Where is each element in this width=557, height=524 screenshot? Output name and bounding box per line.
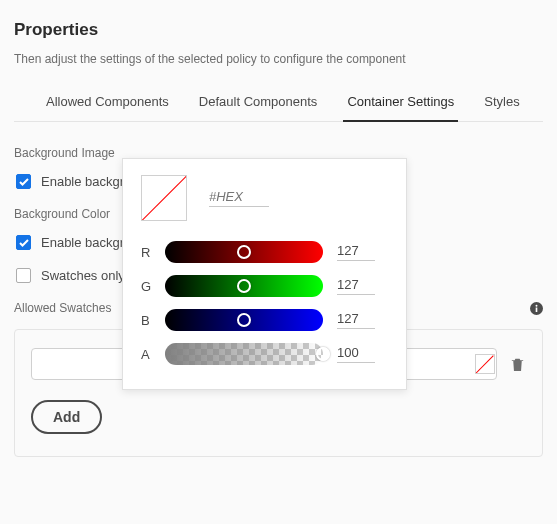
add-swatch-button[interactable]: Add <box>31 400 102 434</box>
g-value-input[interactable] <box>337 277 375 295</box>
tabs: Allowed Components Default Components Co… <box>14 94 543 122</box>
svg-point-1 <box>536 304 538 306</box>
delete-swatch-button[interactable] <box>509 356 526 373</box>
swatches-only-label: Swatches only <box>41 268 125 283</box>
tab-container-settings[interactable]: Container Settings <box>345 94 456 121</box>
r-label: R <box>141 245 151 260</box>
color-picker: R G B A <box>122 158 407 390</box>
slider-thumb[interactable] <box>237 245 251 259</box>
tab-allowed-components[interactable]: Allowed Components <box>44 94 171 121</box>
enable-background-image-checkbox[interactable] <box>16 174 31 189</box>
r-slider[interactable] <box>165 241 323 263</box>
a-value-input[interactable] <box>337 345 375 363</box>
tab-styles[interactable]: Styles <box>482 94 521 121</box>
g-slider[interactable] <box>165 275 323 297</box>
r-value-input[interactable] <box>337 243 375 261</box>
swatches-only-checkbox[interactable] <box>16 268 31 283</box>
b-value-input[interactable] <box>337 311 375 329</box>
check-icon <box>19 239 29 247</box>
info-icon[interactable] <box>530 302 543 315</box>
page-subtitle: Then adjust the settings of the selected… <box>14 52 543 66</box>
trash-icon <box>509 356 526 373</box>
slider-thumb[interactable] <box>316 347 330 361</box>
b-slider[interactable] <box>165 309 323 331</box>
allowed-swatches-text: Allowed Swatches <box>14 301 111 315</box>
a-slider[interactable] <box>165 343 323 365</box>
hex-input[interactable] <box>209 189 269 207</box>
b-label: B <box>141 313 151 328</box>
tab-default-components[interactable]: Default Components <box>197 94 320 121</box>
a-label: A <box>141 347 151 362</box>
slider-thumb[interactable] <box>237 313 251 327</box>
check-icon <box>19 178 29 186</box>
enable-background-color-checkbox[interactable] <box>16 235 31 250</box>
swatch-preview[interactable] <box>475 354 495 374</box>
svg-rect-2 <box>536 307 538 311</box>
page-title: Properties <box>14 20 543 40</box>
g-label: G <box>141 279 151 294</box>
color-preview-swatch <box>141 175 187 221</box>
slider-thumb[interactable] <box>237 279 251 293</box>
